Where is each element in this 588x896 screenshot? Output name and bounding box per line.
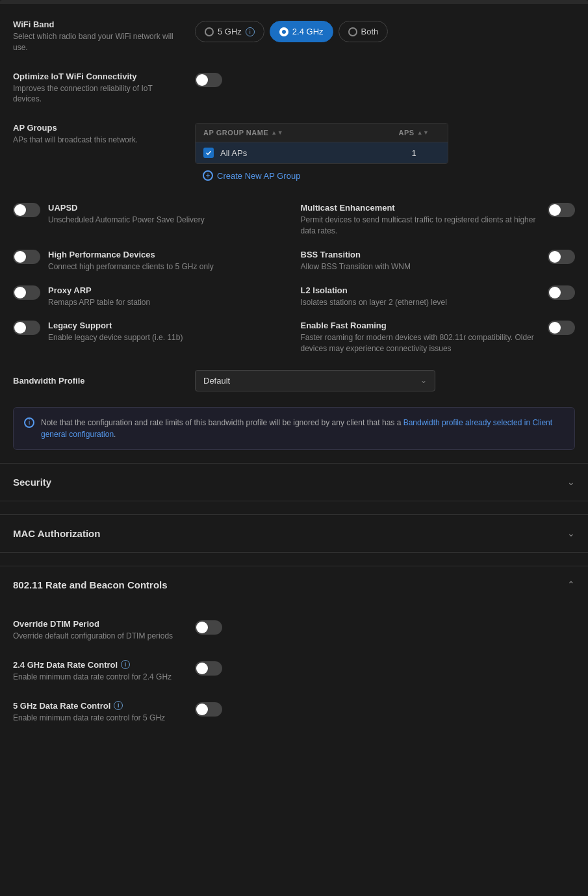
dtim-toggle[interactable] [195,620,222,635]
fast-roaming-col: Enable Fast Roaming Faster roaming for m… [301,321,576,354]
radio-5ghz[interactable]: 5 GHz i [195,21,264,42]
dual-row-hp-bss: High Performance Devices Connect high pe… [0,243,588,279]
radio-both[interactable]: Both [339,21,389,42]
ap-groups-row: AP Groups APs that will broadcast this n… [0,114,588,196]
optimize-iot-label: Optimize IoT WiFi Connectivity [13,72,182,81]
bss-toggle[interactable] [548,250,575,264]
dual-row-legacy-fast: Legacy Support Enable legacy device supp… [0,314,588,361]
mac-auth-section-header[interactable]: MAC Authorization ⌄ [0,514,588,553]
security-chevron-icon: ⌄ [567,477,575,487]
hp-knob [14,251,26,263]
info-box-icon: i [24,417,34,428]
hp-col: High Performance Devices Connect high pe… [13,250,288,272]
create-ap-label: Create New AP Group [217,171,300,181]
info-box-link[interactable]: Bandwidth profile already selected in Cl… [41,418,552,439]
data-rate-5-row: 5 GHz Data Rate Control i Enable minimum… [0,692,588,733]
data-rate-5-desc: Enable minimum data rate control for 5 G… [13,713,182,724]
data-rate-24-row: 2.4 GHz Data Rate Control i Enable minim… [0,651,588,692]
optimize-iot-knob [196,74,208,86]
uapsd-text: UAPSD Unscheduled Automatic Power Save D… [48,203,288,226]
bss-knob [549,251,561,263]
ap-groups-desc: APs that will broadcast this network. [13,135,182,146]
page-container: WiFi Band Select which radio band your W… [0,0,588,739]
data-rate-5-toggle[interactable] [195,702,222,717]
security-section-header[interactable]: Security ⌄ [0,463,588,501]
multicast-col: Multicast Enhancement Permit devices to … [301,203,576,237]
dtim-row: Override DTIM Period Override default co… [0,610,588,651]
proxy-toggle[interactable] [13,285,40,300]
hp-desc: Connect high performance clients to 5 GH… [48,261,288,272]
ap-table-row[interactable]: All APs 1 [196,142,448,163]
data-rate-5-info-icon[interactable]: i [114,701,123,710]
fast-roaming-toggle[interactable] [548,321,575,335]
uapsd-knob [14,204,26,216]
ap-col-sort-icon: ▲▼ [271,129,283,136]
ap-groups-label-col: AP Groups APs that will broadcast this n… [13,123,195,146]
legacy-toggle[interactable] [13,321,40,335]
radio-circle-both [348,27,357,36]
data-rate-24-toggle[interactable] [195,661,222,676]
proxy-knob [14,287,26,298]
radio-24ghz[interactable]: 2.4 GHz [270,21,333,42]
data-rate-24-desc: Enable minimum data rate control for 2.4… [13,672,182,683]
ap-groups-table: AP GROUP NAME ▲▼ APS ▲▼ All APs [195,123,448,164]
fast-roaming-label: Enable Fast Roaming [301,321,541,330]
dtim-desc: Override default configuration of DTIM p… [13,631,182,642]
uapsd-toggle[interactable] [13,203,40,217]
ap-col-aps-header: APS ▲▼ [388,129,440,137]
l2-toggle[interactable] [548,285,575,300]
dual-row-uapsd-multicast: UAPSD Unscheduled Automatic Power Save D… [0,196,588,243]
optimize-iot-toggle[interactable] [195,73,222,87]
ap-row-name: All APs [220,148,388,158]
optimize-iot-label-col: Optimize IoT WiFi Connectivity Improves … [13,72,195,105]
data-rate-24-control [195,660,575,676]
ap-col-name-header: AP GROUP NAME ▲▼ [203,129,388,137]
legacy-text: Legacy Support Enable legacy device supp… [48,321,288,343]
uapsd-desc: Unscheduled Automatic Power Save Deliver… [48,215,288,226]
multicast-text: Multicast Enhancement Permit devices to … [301,203,541,237]
bandwidth-value: Default [203,376,230,386]
create-ap-plus-icon: + [203,170,213,181]
optimize-iot-row: Optimize IoT WiFi Connectivity Improves … [0,62,588,114]
hp-toggle[interactable] [13,250,40,264]
ap-checkbox[interactable] [203,148,214,158]
radio-label-5ghz: 5 GHz [218,27,242,36]
radio-label-24ghz: 2.4 GHz [292,27,324,36]
uapsd-col: UAPSD Unscheduled Automatic Power Save D… [13,203,288,237]
radio-label-both: Both [361,27,379,36]
optimize-iot-control [195,72,575,87]
multicast-label: Multicast Enhancement [301,203,541,213]
ap-groups-control: AP GROUP NAME ▲▼ APS ▲▼ All APs [195,123,448,187]
mac-auth-title: MAC Authorization [13,528,100,539]
radio-dot-24ghz [282,30,286,34]
wifi-band-desc: Select which radio band your WiFi networ… [13,31,182,53]
rate-beacon-section-header[interactable]: 802.11 Rate and Beacon Controls ⌃ [0,566,588,603]
ap-groups-label: AP Groups [13,123,182,133]
bandwidth-select: Default ⌄ [195,370,435,391]
bandwidth-label: Bandwidth Profile [13,376,195,386]
l2-knob [549,287,561,298]
mac-auth-chevron-icon: ⌄ [567,528,575,538]
l2-text: L2 Isolation Isolates stations on layer … [301,285,541,308]
dtim-label-col: Override DTIM Period Override default co… [13,619,195,642]
hp-label: High Performance Devices [48,250,288,259]
dtim-knob [196,622,208,633]
fast-roaming-desc: Faster roaming for modern devices with 8… [301,332,541,354]
bandwidth-dropdown[interactable]: Default ⌄ [195,370,435,391]
bss-label: BSS Transition [301,250,541,259]
info-box: i Note that the configuration and rate l… [13,407,575,450]
proxy-desc: Remaps ARP table for station [48,297,288,308]
info-icon-5ghz[interactable]: i [246,27,255,36]
legacy-desc: Enable legacy device support (i.e. 11b) [48,332,288,343]
wifi-band-row: WiFi Band Select which radio band your W… [0,10,588,62]
fast-roaming-knob [549,322,561,334]
data-rate-5-label-col: 5 GHz Data Rate Control i Enable minimum… [13,701,195,724]
data-rate-5-control [195,701,575,717]
ap-col-aps-label: APS [399,129,415,137]
checkmark-icon [205,150,212,156]
proxy-col: Proxy ARP Remaps ARP table for station [13,285,288,308]
optimize-iot-desc: Improves the connection reliability of I… [13,83,182,105]
create-ap-link[interactable]: + Create New AP Group [195,164,448,187]
data-rate-24-info-icon[interactable]: i [121,660,130,669]
multicast-toggle[interactable] [548,203,575,217]
